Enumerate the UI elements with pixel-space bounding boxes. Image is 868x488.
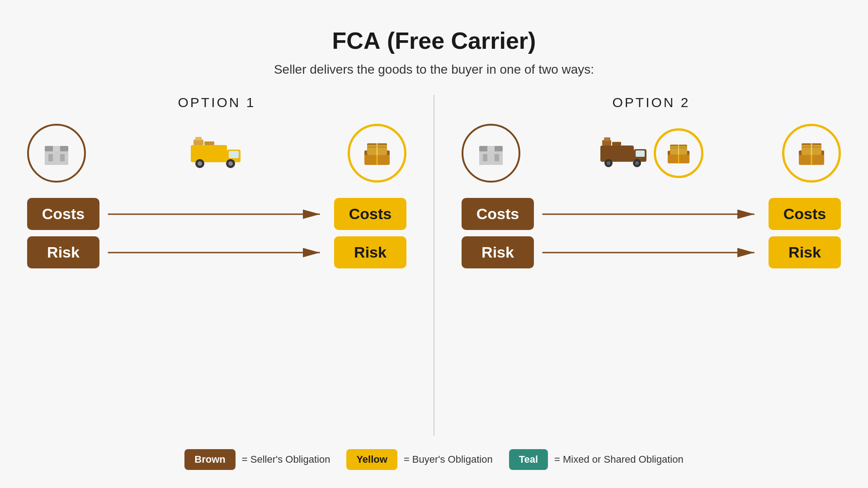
option2-risk-row: Risk Risk (462, 236, 841, 268)
option1-risk-arrow (99, 246, 334, 259)
option1-costs-arrow (99, 207, 334, 221)
option1-seller-icon (27, 124, 86, 183)
option1-buyer-icon (348, 124, 406, 183)
legend-yellow-box: Yellow (346, 449, 397, 470)
svg-rect-41 (612, 142, 621, 145)
svg-rect-35 (636, 150, 645, 157)
legend-brown: Brown = Seller's Obligation (184, 449, 330, 470)
option2-buyer-icon (782, 124, 841, 183)
legend-yellow: Yellow = Buyer's Obligation (346, 449, 492, 470)
option1-costs-seller-box: Costs (27, 198, 99, 230)
legend-brown-desc: = Seller's Obligation (242, 454, 330, 465)
svg-rect-3 (45, 151, 68, 165)
option2-costs-buyer-box: Costs (769, 198, 841, 230)
stacked-boxes-svg (361, 137, 393, 169)
svg-point-39 (635, 161, 639, 165)
svg-point-12 (228, 161, 233, 166)
svg-rect-14 (204, 141, 214, 145)
option2-panel: OPTION 2 (434, 86, 868, 445)
legend-yellow-desc: = Buyer's Obligation (404, 454, 493, 465)
svg-rect-33 (600, 145, 634, 162)
option2-labels: Costs Costs Risk (462, 198, 841, 268)
option1-panel: OPTION 1 (0, 86, 434, 445)
brown-truck-svg (599, 136, 649, 170)
option2-costs-arrow (534, 207, 769, 221)
subtitle: Seller delivers the goods to the buyer i… (274, 62, 594, 77)
option2-risk-seller-box: Risk (462, 236, 534, 268)
option2-seller-icon (462, 124, 520, 183)
box-svg2 (475, 137, 507, 169)
risk-arrow-svg2 (537, 246, 766, 259)
option2-mid-buyer-icon (654, 128, 703, 178)
costs-arrow-svg (102, 207, 331, 221)
svg-rect-32 (495, 154, 499, 161)
option1-heading: OPTION 1 (178, 95, 255, 110)
option1-risk-seller-box: Risk (27, 236, 99, 268)
option2-risk-buyer-box: Risk (769, 236, 841, 268)
option1-risk-buyer-box: Risk (334, 236, 406, 268)
stacked-boxes-svg2 (665, 139, 693, 167)
option1-risk-row: Risk Risk (27, 236, 406, 268)
svg-point-37 (607, 161, 610, 165)
svg-rect-42 (604, 137, 610, 141)
option2-costs-row: Costs Costs (462, 198, 841, 230)
svg-rect-8 (229, 151, 239, 158)
option2-heading: OPTION 2 (612, 95, 690, 110)
svg-rect-5 (60, 154, 65, 161)
svg-rect-15 (195, 137, 202, 141)
legend-teal-box: Teal (509, 449, 548, 470)
option1-diagram-row (27, 124, 406, 183)
page-title: FCA (Free Carrier) (332, 27, 536, 54)
legend-teal: Teal = Mixed or Shared Obligation (509, 449, 684, 470)
stacked-boxes-svg3 (795, 137, 828, 169)
legend-teal-desc: = Mixed or Shared Obligation (554, 454, 684, 465)
option1-costs-buyer-box: Costs (334, 198, 406, 230)
legend-brown-box: Brown (184, 449, 235, 470)
svg-point-10 (198, 161, 202, 166)
risk-arrow-svg (102, 246, 331, 259)
option2-middle-area (520, 124, 782, 183)
svg-rect-29 (487, 146, 495, 151)
option2-risk-arrow (534, 246, 769, 259)
yellow-truck-svg (190, 135, 244, 171)
svg-rect-30 (479, 151, 503, 165)
main-content: OPTION 1 (0, 86, 868, 445)
costs-arrow-svg2 (537, 207, 766, 221)
box-svg (40, 137, 73, 169)
option2-diagram-row (462, 124, 841, 183)
option1-truck-area (86, 124, 348, 183)
svg-rect-6 (191, 145, 227, 162)
svg-rect-4 (48, 154, 53, 161)
option1-costs-row: Costs Costs (27, 198, 406, 230)
option1-labels: Costs Costs Risk (27, 198, 406, 268)
svg-rect-31 (483, 154, 487, 161)
option2-costs-seller-box: Costs (462, 198, 534, 230)
svg-rect-2 (53, 146, 60, 151)
legend: Brown = Seller's Obligation Yellow = Buy… (184, 449, 683, 470)
